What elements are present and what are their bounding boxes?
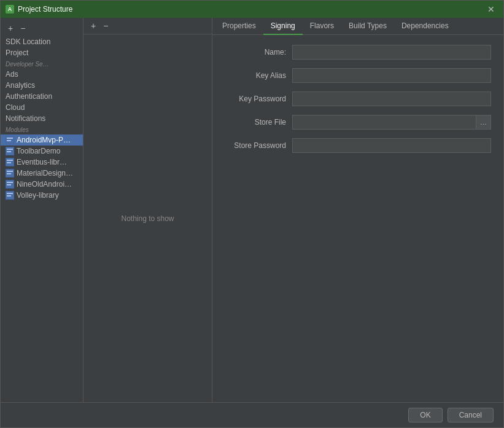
sidebar-item-label: SDK Location <box>6 37 50 46</box>
sidebar-item-label: MaterialDesign… <box>17 169 73 177</box>
svg-rect-8 <box>7 162 11 163</box>
form-row-store-file: Store File … <box>225 115 491 130</box>
sidebar-item-volley[interactable]: Volley-library <box>1 190 83 201</box>
project-structure-dialog: A Project Structure ✕ + − SDK Location P… <box>0 0 504 428</box>
svg-rect-10 <box>7 171 13 172</box>
sidebar-item-toolbardemo[interactable]: ToolbarDemo <box>1 146 83 157</box>
center-panel: + − Nothing to show <box>83 18 212 402</box>
svg-rect-5 <box>7 151 11 152</box>
sidebar-item-label: Volley-library <box>17 191 59 200</box>
module-icon <box>6 191 14 200</box>
svg-rect-16 <box>7 193 13 194</box>
form-row-key-alias: Key Alias <box>225 68 491 83</box>
key-alias-label: Key Alias <box>225 71 286 80</box>
module-icon <box>6 180 14 189</box>
cancel-button[interactable]: Cancel <box>448 408 494 422</box>
tab-dependencies[interactable]: Dependencies <box>394 18 456 35</box>
svg-rect-4 <box>7 149 13 150</box>
center-add-button[interactable]: + <box>88 20 98 31</box>
sidebar-section-developer: Developer Se… <box>1 58 83 69</box>
sidebar-item-authentication[interactable]: Authentication <box>1 91 83 102</box>
svg-rect-7 <box>7 160 13 161</box>
sidebar-item-label: Notifications <box>6 114 45 123</box>
tab-bar: Properties Signing Flavors Build Types D… <box>212 18 503 35</box>
sidebar-item-ads[interactable]: Ads <box>1 69 83 80</box>
sidebar-item-project[interactable]: Project <box>1 47 83 58</box>
store-password-input[interactable] <box>292 138 491 153</box>
sidebar-item-label: AndroidMvp-P… <box>17 136 71 144</box>
key-alias-input[interactable] <box>292 68 491 83</box>
tab-signing[interactable]: Signing <box>263 18 303 35</box>
right-panel: Properties Signing Flavors Build Types D… <box>212 18 503 402</box>
center-remove-button[interactable]: − <box>101 20 110 31</box>
signing-form: Name: Key Alias Key Password Store File <box>212 35 503 402</box>
form-row-key-password: Key Password <box>225 91 491 106</box>
svg-rect-17 <box>7 195 11 196</box>
app-icon: A <box>6 5 14 14</box>
key-password-input[interactable] <box>292 91 491 106</box>
titlebar: A Project Structure ✕ <box>1 1 503 18</box>
sidebar-item-label: Cloud <box>6 103 25 112</box>
name-input[interactable] <box>292 45 491 60</box>
main-content: + − SDK Location Project Developer Se… A… <box>1 18 503 402</box>
svg-rect-13 <box>7 182 13 183</box>
dialog-footer: OK Cancel <box>1 402 503 427</box>
sidebar-item-label: Eventbus-libr… <box>17 158 67 166</box>
svg-rect-14 <box>7 184 11 185</box>
store-password-label: Store Password <box>225 141 286 150</box>
sidebar-item-notifications[interactable]: Notifications <box>1 113 83 124</box>
sidebar-item-label: NineOldAndroi… <box>17 180 72 189</box>
form-row-name: Name: <box>225 45 491 60</box>
module-icon <box>6 169 14 177</box>
svg-rect-11 <box>7 173 11 174</box>
sidebar-item-label: ToolbarDemo <box>17 147 60 155</box>
svg-rect-2 <box>7 140 11 141</box>
sidebar-item-label: Ads <box>6 70 18 79</box>
sidebar-item-label: Analytics <box>6 81 35 90</box>
center-empty-text: Nothing to show <box>83 34 212 402</box>
sidebar-section-modules: Modules <box>1 124 83 134</box>
name-label: Name: <box>225 48 286 56</box>
sidebar-toolbar: + − <box>1 20 83 36</box>
sidebar-item-nineoldandroid[interactable]: NineOldAndroi… <box>1 179 83 190</box>
sidebar-item-cloud[interactable]: Cloud <box>1 102 83 113</box>
tab-properties[interactable]: Properties <box>215 18 263 35</box>
module-icon <box>6 158 14 166</box>
module-icon <box>6 136 14 144</box>
tab-flavors[interactable]: Flavors <box>303 18 341 35</box>
store-file-field-group: … <box>292 115 491 130</box>
sidebar-item-eventbus[interactable]: Eventbus-libr… <box>1 157 83 168</box>
sidebar-item-materialdesign[interactable]: MaterialDesign… <box>1 168 83 179</box>
sidebar-remove-button[interactable]: − <box>18 23 28 34</box>
store-file-browse-button[interactable]: … <box>476 115 491 130</box>
tab-build-types[interactable]: Build Types <box>341 18 394 35</box>
key-password-label: Key Password <box>225 95 286 103</box>
sidebar-item-sdk-location[interactable]: SDK Location <box>1 36 83 47</box>
dialog-title: Project Structure <box>18 5 480 14</box>
form-row-store-password: Store Password <box>225 138 491 153</box>
sidebar-add-button[interactable]: + <box>6 23 15 34</box>
svg-rect-1 <box>7 138 13 139</box>
sidebar-item-label: Project <box>6 49 28 57</box>
close-button[interactable]: ✕ <box>484 3 498 15</box>
ok-button[interactable]: OK <box>408 408 442 422</box>
sidebar: + − SDK Location Project Developer Se… A… <box>1 18 83 402</box>
sidebar-item-androidmvp[interactable]: AndroidMvp-P… <box>1 134 83 146</box>
sidebar-item-analytics[interactable]: Analytics <box>1 80 83 91</box>
store-file-input[interactable] <box>292 115 476 130</box>
center-toolbar: + − <box>83 18 212 34</box>
sidebar-item-label: Authentication <box>6 92 52 101</box>
module-icon <box>6 147 14 155</box>
store-file-label: Store File <box>225 118 286 126</box>
